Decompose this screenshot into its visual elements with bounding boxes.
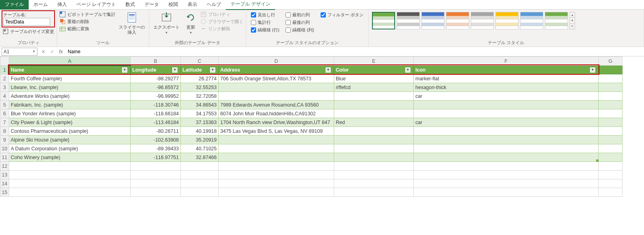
cell[interactable]: Blue Yonder Airlines (sample) xyxy=(9,109,131,118)
cell[interactable] xyxy=(599,179,622,188)
export-button[interactable]: エクスポート▼ xyxy=(152,10,181,36)
cell[interactable] xyxy=(334,179,414,188)
cell[interactable] xyxy=(219,171,334,179)
tab-home[interactable]: ホーム xyxy=(29,0,53,10)
check-filter-button[interactable]: フィルター ボタン xyxy=(321,12,364,18)
row-header[interactable]: 15 xyxy=(0,188,9,197)
table-column-header[interactable]: Name▼ xyxy=(9,66,131,74)
column-header[interactable]: B xyxy=(131,57,181,66)
cell[interactable] xyxy=(219,153,334,162)
refresh-button[interactable]: 更新▼ xyxy=(183,10,199,36)
cell[interactable] xyxy=(219,179,334,188)
cell[interactable] xyxy=(334,127,414,136)
formula-input[interactable] xyxy=(65,48,644,56)
cell[interactable] xyxy=(599,74,622,83)
check-banded-cols[interactable]: 縞模様 (列) xyxy=(286,27,314,33)
cell[interactable] xyxy=(181,188,219,197)
cell[interactable] xyxy=(599,171,622,179)
cell[interactable] xyxy=(599,127,622,136)
filter-dropdown-button[interactable]: ▼ xyxy=(325,67,331,73)
cell[interactable]: -89.39433 xyxy=(131,144,181,153)
cell[interactable]: Adventure Works (sample) xyxy=(9,92,131,101)
column-header[interactable]: D xyxy=(219,57,334,66)
row-header[interactable]: 5 xyxy=(0,101,9,109)
cell[interactable]: marker-flat xyxy=(414,74,599,83)
row-header[interactable]: 10 xyxy=(0,144,9,153)
check-banded-rows[interactable]: 縞模様 (行) xyxy=(251,27,279,33)
tab-view[interactable]: 表示 xyxy=(183,0,202,10)
cell[interactable]: Fabrikam, Inc. (sample) xyxy=(9,101,131,109)
cell[interactable]: 32.87466 xyxy=(181,153,219,162)
cell[interactable] xyxy=(131,188,181,197)
cell[interactable]: -116.97751 xyxy=(131,153,181,162)
filter-dropdown-button[interactable]: ▼ xyxy=(589,67,596,73)
filter-dropdown-button[interactable]: ▼ xyxy=(209,67,216,73)
column-header[interactable]: C xyxy=(181,57,219,66)
table-style-swatch[interactable] xyxy=(421,12,444,29)
cell[interactable] xyxy=(414,162,599,171)
table-resize-handle[interactable] xyxy=(596,159,599,162)
cell[interactable] xyxy=(334,144,414,153)
cell[interactable]: Fourth Coffee (sample) xyxy=(9,74,131,83)
table-style-swatch[interactable] xyxy=(520,12,543,29)
cell[interactable]: -96.85572 xyxy=(131,83,181,92)
row-header[interactable]: 14 xyxy=(0,179,9,188)
cell[interactable] xyxy=(414,109,599,118)
cell[interactable] xyxy=(599,162,622,171)
cell[interactable] xyxy=(181,179,219,188)
cell[interactable]: -80.26711 xyxy=(131,127,181,136)
table-column-header[interactable]: Color▼ xyxy=(334,66,414,74)
check-total-row[interactable]: 集計行 xyxy=(251,19,279,25)
table-column-header[interactable]: Icon▼ xyxy=(414,66,599,74)
resize-table-button[interactable]: テーブルのサイズ変更 xyxy=(2,27,54,35)
table-column-header[interactable]: Longitude▼ xyxy=(131,66,181,74)
cell[interactable] xyxy=(599,153,622,162)
grid[interactable]: ABCDEFG 1Name▼Longitude▼Latitude▼Address… xyxy=(0,56,644,197)
cell[interactable] xyxy=(219,162,334,171)
insert-slicer-button[interactable]: スライサーの 挿入 xyxy=(117,10,147,36)
check-last-col[interactable]: 最後の列 xyxy=(286,19,314,25)
row-header[interactable]: 13 xyxy=(0,171,9,179)
cell[interactable]: -118.66184 xyxy=(131,109,181,118)
cell[interactable]: 32.72058 xyxy=(181,92,219,101)
cell[interactable] xyxy=(334,171,414,179)
cell[interactable]: 35.20919 xyxy=(181,136,219,144)
row-header[interactable]: 4 xyxy=(0,92,9,101)
cell[interactable] xyxy=(414,171,599,179)
tab-insert[interactable]: 挿入 xyxy=(53,0,72,10)
cell[interactable] xyxy=(599,109,622,118)
cell[interactable]: Red xyxy=(334,118,414,127)
tab-help[interactable]: ヘルプ xyxy=(202,0,226,10)
cell[interactable] xyxy=(334,188,414,197)
tab-data[interactable]: データ xyxy=(140,0,164,10)
cell[interactable] xyxy=(131,179,181,188)
table-style-swatch[interactable] xyxy=(471,12,494,29)
row-header[interactable]: 9 xyxy=(0,136,9,144)
cell[interactable]: 26.2774 xyxy=(181,74,219,83)
select-all-corner[interactable] xyxy=(0,57,9,66)
cell[interactable]: Alpine Ski House (sample) xyxy=(9,136,131,144)
cell[interactable]: 32.55253 xyxy=(181,83,219,92)
table-style-swatch[interactable] xyxy=(446,12,469,29)
cell[interactable] xyxy=(9,179,131,188)
cell[interactable] xyxy=(599,144,622,153)
chevron-down-icon[interactable]: ▼ xyxy=(32,50,35,53)
cell[interactable]: 40.19918 xyxy=(181,127,219,136)
cell[interactable]: -98.29277 xyxy=(131,74,181,83)
table-name-input[interactable] xyxy=(3,18,50,26)
tab-table-design[interactable]: テーブル デザイン xyxy=(226,0,275,10)
cell[interactable]: -113.46184 xyxy=(131,118,181,127)
cell[interactable] xyxy=(414,153,599,162)
cell[interactable] xyxy=(334,153,414,162)
cell[interactable] xyxy=(599,136,622,144)
cell[interactable] xyxy=(9,188,131,197)
cell[interactable]: Contoso Pharmaceuticals (sample) xyxy=(9,127,131,136)
row-header[interactable]: 1 xyxy=(0,66,9,74)
row-header[interactable]: 7 xyxy=(0,118,9,127)
tab-page-layout[interactable]: ページ レイアウト xyxy=(72,0,121,10)
table-column-header[interactable]: Latitude▼ xyxy=(181,66,219,74)
cell[interactable]: City Power & Light (sample) xyxy=(9,118,131,127)
tab-formulas[interactable]: 数式 xyxy=(121,0,140,10)
column-header[interactable]: F xyxy=(414,57,599,66)
cell[interactable] xyxy=(131,162,181,171)
